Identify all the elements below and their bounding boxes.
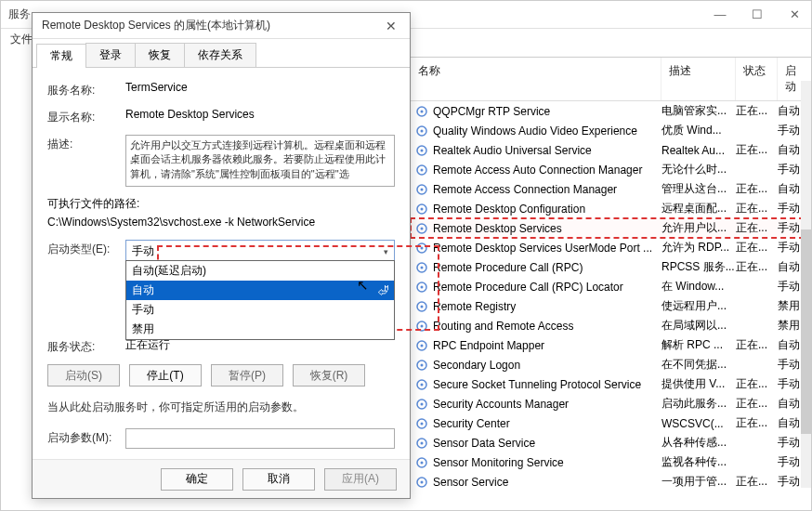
description-label: 描述: xyxy=(47,135,125,152)
list-header[interactable]: 名称 描述 状态 启动 xyxy=(411,58,812,101)
service-name: Remote Desktop Services xyxy=(433,222,661,235)
svg-point-19 xyxy=(421,285,424,288)
dialog-titlebar[interactable]: Remote Desktop Services 的属性(本地计算机) ✕ xyxy=(33,13,410,39)
service-row[interactable]: RPC Endpoint Mapper解析 RPC ...正在...自动 xyxy=(411,335,812,355)
service-desc: 在不同凭据... xyxy=(661,357,736,373)
startup-type-dropdown[interactable]: 自动(延迟启动) 自动⮰ 手动 禁用 xyxy=(125,260,395,340)
service-row[interactable]: Remote Procedure Call (RPC)RPCSS 服务...正在… xyxy=(411,257,812,277)
gear-icon xyxy=(414,260,429,275)
service-desc: 解析 RPC ... xyxy=(661,337,736,353)
service-desc: 无论什么时... xyxy=(661,162,736,177)
exe-path-label: 可执行文件的路径: xyxy=(47,196,395,212)
service-desc: 监视各种传... xyxy=(661,454,736,470)
service-status-label: 服务状态: xyxy=(47,337,125,355)
gear-icon xyxy=(414,397,429,412)
service-row[interactable]: Remote Desktop Services UserMode Port ..… xyxy=(411,238,812,257)
gear-icon xyxy=(414,455,429,470)
service-row[interactable]: Remote Access Auto Connection Manager无论什… xyxy=(411,160,812,179)
close-button[interactable]: ✕ xyxy=(776,1,812,29)
scrollbar-thumb[interactable] xyxy=(801,229,811,434)
gear-icon xyxy=(414,475,429,490)
svg-point-15 xyxy=(421,246,424,249)
service-name: RPC Endpoint Mapper xyxy=(433,339,661,352)
start-params-input[interactable] xyxy=(125,428,395,449)
svg-point-25 xyxy=(421,344,424,347)
opt-manual[interactable]: 手动 xyxy=(126,300,394,320)
tab-general[interactable]: 常规 xyxy=(36,44,86,68)
service-row[interactable]: QQPCMgr RTP Service电脑管家实...正在...自动 xyxy=(411,101,812,121)
menu-file[interactable]: 文件 xyxy=(10,32,33,47)
service-row[interactable]: Remote Registry使远程用户...禁用 xyxy=(411,296,812,316)
service-row[interactable]: Realtek Audio Universal ServiceRealtek A… xyxy=(411,140,812,160)
col-status[interactable]: 状态 xyxy=(736,58,778,100)
service-status: 正在... xyxy=(736,240,778,256)
service-desc: WSCSVC(... xyxy=(661,417,736,430)
ok-button[interactable]: 确定 xyxy=(161,468,233,491)
service-row[interactable]: Sensor Service一项用于管...正在...手动 xyxy=(411,472,812,491)
service-status: 正在... xyxy=(736,337,778,353)
service-name: Secondary Logon xyxy=(433,359,661,372)
service-name: Remote Registry xyxy=(433,300,661,313)
service-name: Remote Procedure Call (RPC) Locator xyxy=(433,281,661,294)
opt-auto-delayed[interactable]: 自动(延迟启动) xyxy=(126,261,394,281)
tab-dependencies[interactable]: 依存关系 xyxy=(184,43,256,67)
service-row[interactable]: Sensor Monitoring Service监视各种传...手动 xyxy=(411,452,812,472)
service-row[interactable]: Sensor Data Service从各种传感...手动 xyxy=(411,433,812,452)
service-row[interactable]: Security Accounts Manager启动此服务...正在...自动 xyxy=(411,394,812,413)
cancel-button[interactable]: 取消 xyxy=(242,468,315,491)
gear-icon xyxy=(414,182,429,197)
gear-icon xyxy=(414,436,429,451)
service-row[interactable]: Remote Access Connection Manager管理从这台...… xyxy=(411,179,812,199)
service-name: Sensor Data Service xyxy=(433,437,661,450)
service-name: Remote Access Auto Connection Manager xyxy=(433,164,661,177)
maximize-button[interactable]: ☐ xyxy=(739,1,776,29)
gear-icon xyxy=(414,124,429,138)
opt-disabled[interactable]: 禁用 xyxy=(126,320,394,339)
display-name-value: Remote Desktop Services xyxy=(125,108,395,121)
service-row[interactable]: Security CenterWSCSVC(...正在...自动 xyxy=(411,413,812,433)
service-desc: 在 Window... xyxy=(661,279,736,295)
col-name[interactable]: 名称 xyxy=(411,58,661,100)
service-row[interactable]: Remote Desktop Configuration远程桌面配...正在..… xyxy=(411,199,812,218)
startup-type-label: 启动类型(E): xyxy=(47,240,125,257)
scrollbar[interactable] xyxy=(801,81,811,488)
col-desc[interactable]: 描述 xyxy=(661,58,736,100)
service-desc: 允许为 RDP... xyxy=(661,240,736,256)
service-desc: 提供使用 V... xyxy=(661,376,736,392)
gear-icon xyxy=(414,299,429,314)
service-desc: 远程桌面配... xyxy=(661,201,736,216)
service-name-value: TermService xyxy=(125,81,395,94)
apply-button: 应用(A) xyxy=(324,468,397,491)
description-textbox[interactable]: 允许用户以交互方式连接到远程计算机。远程桌面和远程桌面会话主机服务器依赖此服务。… xyxy=(125,135,395,187)
service-status: 正在... xyxy=(736,376,778,392)
gear-icon xyxy=(414,104,429,119)
svg-point-7 xyxy=(421,168,424,171)
tab-logon[interactable]: 登录 xyxy=(85,43,136,67)
svg-point-31 xyxy=(421,402,424,405)
service-status: 正在... xyxy=(736,474,778,490)
service-row[interactable]: Secure Socket Tunneling Protocol Service… xyxy=(411,374,812,394)
service-name: Remote Access Connection Manager xyxy=(433,183,661,196)
service-status: 正在... xyxy=(736,220,778,236)
start-button: 启动(S) xyxy=(47,364,120,387)
svg-point-29 xyxy=(421,383,424,386)
opt-auto[interactable]: 自动⮰ xyxy=(126,281,394,300)
service-row[interactable]: Quality Windows Audio Video Experience优质… xyxy=(411,121,812,140)
service-desc: 管理从这台... xyxy=(661,181,736,197)
service-status: 正在... xyxy=(736,415,778,431)
service-row[interactable]: Remote Procedure Call (RPC) Locator在 Win… xyxy=(411,277,812,296)
tab-recovery[interactable]: 恢复 xyxy=(135,43,185,67)
service-name: Remote Desktop Configuration xyxy=(433,203,661,216)
dialog-close-button[interactable]: ✕ xyxy=(373,13,410,39)
service-row[interactable]: Remote Desktop Services允许用户以...正在...手动 xyxy=(411,218,812,238)
minimize-button[interactable]: — xyxy=(701,1,739,29)
service-row[interactable]: Routing and Remote Access在局域网以...禁用 xyxy=(411,316,812,335)
service-desc: 从各种传感... xyxy=(661,435,736,451)
service-desc: 电脑管家实... xyxy=(661,103,736,119)
service-row[interactable]: Secondary Logon在不同凭据...手动 xyxy=(411,355,812,374)
stop-button[interactable]: 停止(T) xyxy=(129,364,202,387)
chevron-down-icon: ▾ xyxy=(384,247,388,256)
gear-icon xyxy=(414,221,429,236)
service-status: 正在... xyxy=(736,259,778,275)
services-list[interactable]: 名称 描述 状态 启动 QQPCMgr RTP Service电脑管家实...正… xyxy=(410,57,812,491)
